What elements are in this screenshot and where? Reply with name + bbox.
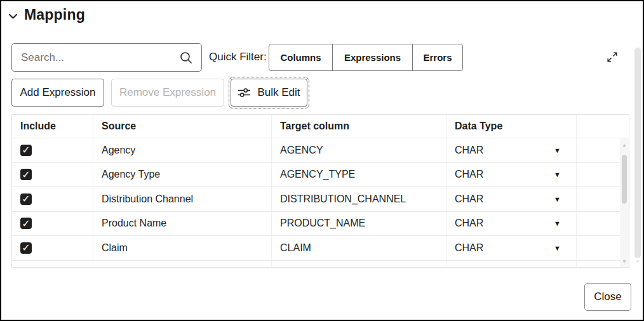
include-checkbox[interactable]: ✓	[20, 169, 32, 180]
table-scrollbar-thumb[interactable]	[622, 155, 627, 204]
panel-title: Mapping	[24, 6, 85, 23]
table-scrollbar[interactable]: ▲ ▼	[620, 138, 629, 268]
include-checkbox[interactable]: ✓	[20, 145, 32, 156]
column-header-extra	[577, 115, 629, 138]
source-cell: Agency	[93, 138, 272, 162]
remove-expression-button[interactable]: Remove Expression	[111, 79, 224, 107]
page-scroll-down-icon[interactable]: ▼	[634, 259, 641, 265]
panel-header: Mapping	[8, 6, 85, 23]
target-column-cell: CLAIM	[272, 236, 446, 260]
column-header-data-type: Data Type	[446, 115, 577, 138]
expand-icon[interactable]	[605, 49, 620, 65]
dropdown-arrow-icon[interactable]: ▼	[554, 244, 561, 252]
target-column-cell: AGENCY_TYPE	[272, 163, 446, 187]
table-row-partial	[12, 260, 629, 268]
data-type-dropdown[interactable]: CHAR ▼	[446, 187, 577, 211]
table-scroll-down-icon[interactable]: ▼	[620, 258, 629, 265]
table-row: ✓ Claim CLAIM CHAR ▼	[12, 235, 629, 260]
include-checkbox[interactable]: ✓	[20, 218, 32, 229]
include-checkbox[interactable]: ✓	[20, 193, 32, 205]
search-icon[interactable]	[179, 51, 201, 65]
column-header-source: Source	[93, 115, 272, 138]
data-type-dropdown[interactable]: CHAR ▼	[446, 163, 577, 187]
search-box	[11, 43, 202, 72]
data-type-dropdown[interactable]: CHAR ▼	[446, 212, 577, 236]
collapse-chevron-icon[interactable]	[8, 11, 18, 22]
table-scroll-up-icon[interactable]: ▲	[620, 142, 629, 148]
target-column-cell: AGENCY	[272, 138, 446, 162]
page-scrollbar-thumb[interactable]	[634, 48, 641, 258]
source-cell: Product Name	[93, 212, 272, 236]
quick-filter-label: Quick Filter:	[209, 51, 267, 63]
mapping-table: Include Source Target column Data Type ✓…	[11, 114, 629, 268]
dropdown-arrow-icon[interactable]: ▼	[554, 147, 561, 154]
target-column-cell: PRODUCT_NAME	[272, 212, 446, 236]
include-checkbox[interactable]: ✓	[20, 242, 32, 254]
data-type-dropdown[interactable]: CHAR ▼	[446, 138, 577, 162]
mapping-panel: Mapping Quick Filter: Columns Expression…	[0, 0, 644, 321]
filter-columns-button[interactable]: Columns	[269, 44, 333, 71]
bulk-edit-label: Bulk Edit	[257, 86, 300, 99]
dropdown-arrow-icon[interactable]: ▼	[554, 171, 561, 178]
dropdown-arrow-icon[interactable]: ▼	[554, 219, 561, 227]
column-header-include: Include	[12, 115, 93, 138]
sliders-icon	[238, 86, 251, 99]
source-cell: Agency Type	[93, 163, 272, 187]
column-header-target-column: Target column	[272, 115, 446, 138]
table-row: ✓ Agency Type AGENCY_TYPE CHAR ▼	[12, 162, 629, 187]
table-row: ✓ Agency AGENCY CHAR ▼	[12, 138, 629, 162]
bulk-edit-button[interactable]: Bulk Edit	[231, 79, 307, 107]
table-row: ✓ Distribution Channel DISTRIBUTION_CHAN…	[12, 187, 629, 211]
close-button[interactable]: Close	[584, 283, 631, 311]
filter-expressions-button[interactable]: Expressions	[332, 44, 413, 71]
filter-errors-button[interactable]: Errors	[412, 44, 463, 71]
source-cell: Claim	[93, 236, 272, 260]
search-input[interactable]	[12, 51, 179, 64]
table-row: ✓ Product Name PRODUCT_NAME CHAR ▼	[12, 211, 629, 236]
target-column-cell: DISTRIBUTION_CHANNEL	[272, 187, 446, 211]
add-expression-button[interactable]: Add Expression	[11, 79, 104, 107]
dropdown-arrow-icon[interactable]: ▼	[554, 195, 561, 203]
table-header-row: Include Source Target column Data Type	[12, 115, 629, 138]
source-cell: Distribution Channel	[93, 187, 272, 211]
quick-filter-group: Columns Expressions Errors	[269, 44, 463, 71]
table-body: ✓ Agency AGENCY CHAR ▼ ✓ Agency Type AGE…	[12, 138, 629, 260]
data-type-dropdown[interactable]: CHAR ▼	[446, 236, 577, 260]
